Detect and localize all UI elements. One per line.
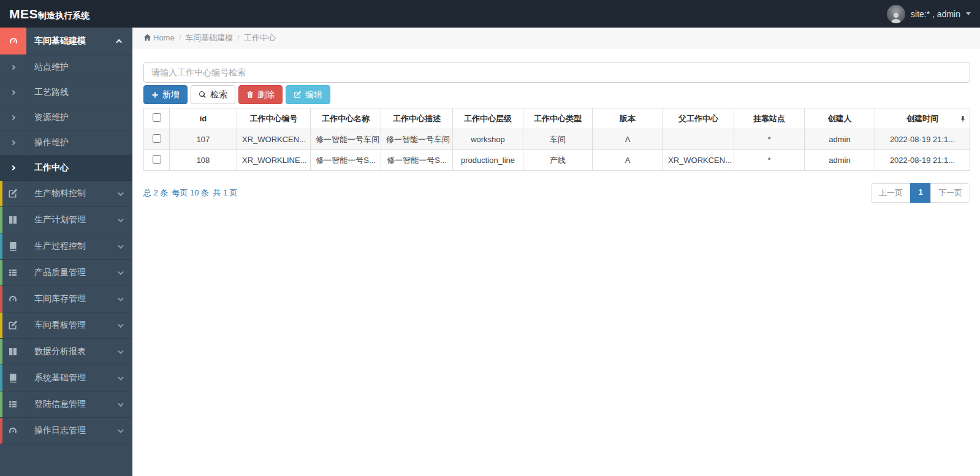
breadcrumb-home[interactable]: Home: [143, 33, 175, 42]
delete-button[interactable]: 删除: [238, 85, 283, 104]
chevron-right-icon: [10, 90, 15, 95]
prev-page-button[interactable]: 上一页: [871, 183, 911, 203]
person-icon: [889, 11, 903, 23]
pin-icon[interactable]: [960, 115, 966, 122]
chevron-down-icon: [118, 374, 124, 380]
chevron-right-icon: [10, 140, 15, 145]
column-header-station[interactable]: 挂靠站点: [734, 108, 805, 129]
table-cell: 108: [170, 150, 237, 171]
breadcrumb-item-current: 工作中心: [244, 32, 276, 43]
column-header-description[interactable]: 工作中心描述: [381, 108, 453, 129]
table-cell: [663, 129, 734, 150]
sidebar-item-plan-management[interactable]: 生产计划管理: [0, 207, 132, 233]
column-header-version[interactable]: 版本: [593, 108, 663, 129]
sidebar-item-workshop-modeling[interactable]: 车间基础建模: [0, 28, 132, 55]
add-button[interactable]: 新增: [143, 85, 188, 104]
sidebar-item-process-control[interactable]: 生产过程控制: [0, 233, 132, 260]
avatar[interactable]: [887, 5, 905, 23]
list-icon: [8, 399, 18, 409]
sidebar-subitem-station-maintenance[interactable]: 站点维护: [0, 55, 132, 80]
page-1-button[interactable]: 1: [910, 183, 931, 203]
sidebar-subitem-label: 工艺路线: [26, 80, 132, 105]
table-row[interactable]: 107 XR_WORKCEN... 修一智能一号车间 修一智能一号车间 work…: [144, 129, 970, 150]
sidebar-item-data-analysis-reports[interactable]: 数据分析报表: [0, 339, 132, 365]
sidebar-item-label: 生产计划管理: [26, 207, 118, 233]
sidebar-item-login-info-management[interactable]: 登陆信息管理: [0, 391, 132, 418]
table-cell: 107: [170, 129, 237, 150]
gauge-icon: [8, 294, 18, 304]
column-header-id[interactable]: id: [170, 108, 237, 129]
chevron-down-icon: [118, 348, 124, 354]
column-header-type[interactable]: 工作中心类型: [523, 108, 593, 129]
color-strip: [0, 286, 2, 312]
chevron-down-icon: [118, 322, 124, 328]
column-header-name[interactable]: 工作中心名称: [311, 108, 381, 129]
table-cell: 修一智能一号S...: [311, 150, 381, 171]
plus-icon: [151, 91, 159, 99]
color-strip: [0, 207, 2, 233]
table-cell: 车间: [523, 129, 593, 150]
columns-icon: [8, 215, 18, 225]
sidebar-item-material-control[interactable]: 生产物料控制: [0, 181, 132, 207]
column-header-level[interactable]: 工作中心层级: [453, 108, 523, 129]
user-menu[interactable]: site:* , admin: [887, 5, 971, 23]
column-header-created-time[interactable]: 创建时间: [875, 108, 970, 129]
page-size-dropdown[interactable]: 每页 10 条: [172, 187, 209, 198]
table-cell: *: [734, 150, 805, 171]
sidebar-item-quality-management[interactable]: 产品质量管理: [0, 260, 132, 286]
sidebar-subitem-process-route[interactable]: 工艺路线: [0, 80, 132, 105]
search-button[interactable]: 检索: [191, 85, 235, 104]
sidebar-subitem-work-center[interactable]: 工作中心: [0, 156, 132, 181]
sidebar-item-operation-log-management[interactable]: 操作日志管理: [0, 418, 132, 444]
select-all-checkbox[interactable]: [153, 113, 161, 122]
chevron-down-icon: [118, 401, 124, 407]
column-header-creator[interactable]: 创建人: [805, 108, 875, 129]
table-row[interactable]: 108 XR_WORKLINE... 修一智能一号S... 修一智能一号S...…: [144, 150, 970, 171]
pagination-controls: 上一页 1 下一页: [871, 183, 970, 203]
chevron-right-icon: [10, 115, 15, 120]
next-page-button[interactable]: 下一页: [930, 183, 970, 203]
gauge-icon: [9, 36, 18, 46]
color-strip: [0, 418, 2, 444]
sidebar-item-system-management[interactable]: 系统基础管理: [0, 365, 132, 391]
sidebar-subitem-resource-maintenance[interactable]: 资源维护: [0, 105, 132, 130]
sidebar-item-label: 车间看板管理: [26, 312, 118, 338]
table-cell: XR_WORKLINE...: [237, 150, 311, 171]
book-icon: [8, 373, 18, 383]
sidebar-item-inventory-management[interactable]: 车间库存管理: [0, 286, 132, 312]
row-checkbox[interactable]: [153, 155, 161, 164]
table-cell: production_line: [453, 150, 523, 171]
sidebar-item-label: 生产过程控制: [26, 233, 118, 259]
table-cell: 产线: [523, 150, 593, 171]
chevron-down-icon: [118, 269, 124, 275]
pagination-page-count: 共 1 页: [213, 187, 237, 198]
color-strip: [0, 260, 2, 285]
row-checkbox[interactable]: [153, 134, 161, 143]
sidebar-subitem-label: 站点维护: [26, 55, 132, 80]
column-header-parent[interactable]: 父工作中心: [663, 108, 734, 129]
table-cell: A: [593, 129, 663, 150]
sidebar-subitem-operation-maintenance[interactable]: 操作维护: [0, 130, 132, 156]
color-strip: [0, 312, 2, 338]
search-input[interactable]: [143, 62, 970, 83]
table-cell: workshop: [453, 129, 523, 150]
toolbar: 新增 检索 删除 编辑: [143, 85, 970, 104]
column-header-code[interactable]: 工作中心编号: [237, 108, 311, 129]
chevron-down-icon: [118, 243, 124, 249]
columns-icon: [8, 347, 18, 357]
pagination-summary: 总 2 条 每页 10 条 共 1 页: [143, 187, 238, 198]
edit-button[interactable]: 编辑: [286, 85, 330, 104]
table-cell: admin: [805, 129, 875, 150]
home-icon: [143, 34, 151, 42]
brand-mes: MES: [9, 7, 38, 21]
table-cell: 修一智能一号S...: [381, 150, 453, 171]
chevron-down-icon: [118, 295, 124, 301]
book-icon: [8, 241, 18, 251]
color-strip: [0, 233, 2, 259]
sidebar-item-kanban-management[interactable]: 车间看板管理: [0, 312, 132, 339]
sidebar-subitem-label: 操作维护: [26, 130, 132, 155]
breadcrumb-item[interactable]: 车间基础建模: [185, 32, 233, 43]
table-cell: A: [593, 150, 663, 171]
sidebar: 车间基础建模 站点维护 工艺路线 资源维护 操作维护 工作中心 生产物料控制 生…: [0, 28, 132, 476]
gauge-icon: [8, 426, 18, 436]
